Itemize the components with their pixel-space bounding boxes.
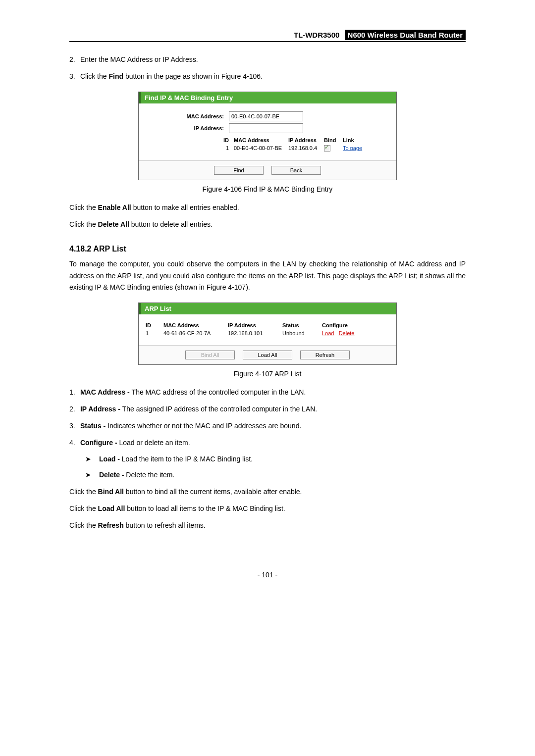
refresh-button[interactable]: Refresh bbox=[300, 351, 350, 359]
arrow-icon: ➤ bbox=[85, 454, 97, 465]
arp-cell-status: Unbound bbox=[282, 330, 322, 336]
load-link[interactable]: Load bbox=[322, 330, 334, 336]
enable-pre: Click the bbox=[69, 203, 98, 211]
enable-all-para: Click the Enable All button to make all … bbox=[69, 202, 466, 214]
arp-data-row: 1 40-61-86-CF-20-7A 192.168.0.101 Unboun… bbox=[146, 329, 389, 337]
load-pre: Click the bbox=[69, 504, 98, 512]
arp-col-mac: MAC Address bbox=[163, 322, 228, 328]
ip-address-row: IP Address: bbox=[145, 123, 390, 133]
device-title: N600 Wireless Dual Band Router bbox=[345, 30, 466, 40]
step-2-num: 2. bbox=[69, 54, 78, 66]
delete-link[interactable]: Delete bbox=[339, 330, 355, 336]
step-3-text-suffix: button in the page as shown in Figure 4-… bbox=[123, 72, 263, 80]
section-para: To manage the computer, you could observ… bbox=[69, 258, 466, 294]
def-2-num: 2. bbox=[69, 403, 78, 415]
figure-107-title: ARP List bbox=[139, 303, 396, 314]
def-2-bold: IP Address - bbox=[80, 405, 122, 413]
refresh-post: button to refresh all items. bbox=[124, 521, 206, 529]
arrow-icon: ➤ bbox=[85, 469, 97, 481]
figure-106: Find IP & MAC Binding Entry MAC Address:… bbox=[138, 92, 397, 181]
enable-bold: Enable All bbox=[98, 203, 131, 211]
figure-106-title: Find IP & MAC Binding Entry bbox=[139, 92, 396, 103]
step-3-bold: Find bbox=[108, 72, 123, 80]
cell-link: To page bbox=[343, 145, 373, 152]
cell-ip: 192.168.0.4 bbox=[288, 145, 324, 152]
col-bind: Bind bbox=[324, 137, 343, 143]
sub-load-text: Load the item to the IP & MAC Binding li… bbox=[122, 455, 253, 463]
sub-delete-text: Delete the item. bbox=[126, 471, 174, 479]
refresh-pre: Click the bbox=[69, 521, 98, 529]
cell-bind bbox=[324, 145, 343, 152]
def-1: 1. MAC Address - The MAC address of the … bbox=[69, 387, 466, 399]
def-4-bold: Configure - bbox=[80, 439, 119, 447]
to-page-link[interactable]: To page bbox=[343, 145, 362, 151]
load-bold: Load All bbox=[98, 504, 125, 512]
arp-col-id: ID bbox=[146, 322, 163, 328]
mac-address-input[interactable] bbox=[229, 111, 303, 121]
find-button[interactable]: Find bbox=[214, 166, 264, 175]
device-model: TL-WDR3500 bbox=[294, 31, 343, 39]
delete-pre: Click the bbox=[69, 220, 98, 228]
arp-cell-config: Load Delete bbox=[322, 330, 372, 336]
sub-delete-bold: Delete - bbox=[99, 471, 126, 479]
ip-address-input[interactable] bbox=[229, 123, 303, 133]
figure-106-caption: Figure 4-106 Find IP & MAC Binding Entry bbox=[69, 185, 466, 193]
refresh-para: Click the Refresh button to refresh all … bbox=[69, 520, 466, 532]
arp-header-row: ID MAC Address IP Address Status Configu… bbox=[146, 321, 389, 329]
page-header: TL-WDR3500 N600 Wireless Dual Band Route… bbox=[69, 30, 466, 42]
arp-cell-mac: 40-61-86-CF-20-7A bbox=[163, 330, 228, 336]
figure-107: ARP List ID MAC Address IP Address Statu… bbox=[138, 302, 397, 365]
arp-cell-ip: 192.168.0.101 bbox=[228, 330, 282, 336]
def-3-bold: Status - bbox=[80, 422, 107, 430]
result-table: ID MAC Address IP Address Bind Link 1 00… bbox=[145, 136, 390, 153]
figure-107-caption: Figure 4-107 ARP List bbox=[69, 370, 466, 378]
def-1-bold: MAC Address - bbox=[80, 388, 132, 396]
mac-address-row: MAC Address: bbox=[145, 111, 390, 121]
bind-post: button to bind all the current items, av… bbox=[124, 488, 302, 496]
load-all-button[interactable]: Load All bbox=[243, 351, 292, 359]
col-ip: IP Address bbox=[288, 137, 324, 143]
cell-id: 1 bbox=[145, 145, 234, 152]
figure-106-buttons: Find Back bbox=[139, 161, 396, 180]
delete-post: button to delete all entries. bbox=[129, 220, 213, 228]
arp-col-ip: IP Address bbox=[228, 322, 282, 328]
def-4-num: 4. bbox=[69, 437, 78, 449]
def-1-num: 1. bbox=[69, 387, 78, 399]
enable-post: button to make all entries enabled. bbox=[131, 203, 239, 211]
arp-col-status: Status bbox=[282, 322, 322, 328]
delete-bold: Delete All bbox=[98, 220, 129, 228]
col-mac: MAC Address bbox=[234, 137, 288, 143]
col-link: Link bbox=[343, 137, 373, 143]
refresh-bold: Refresh bbox=[98, 521, 124, 529]
result-header-row: ID MAC Address IP Address Bind Link bbox=[145, 136, 390, 144]
bind-checkbox-icon[interactable] bbox=[324, 145, 330, 151]
step-3-num: 3. bbox=[69, 71, 78, 83]
step-2-text: Enter the MAC Address or IP Address. bbox=[80, 55, 198, 63]
def-2-text: The assigned IP address of the controlle… bbox=[122, 405, 318, 413]
sub-load: ➤ Load - Load the item to the IP & MAC B… bbox=[69, 454, 466, 465]
step-3-text-prefix: Click the bbox=[80, 72, 109, 80]
back-button[interactable]: Back bbox=[271, 166, 321, 175]
def-3: 3. Status - Indicates whether or not the… bbox=[69, 420, 466, 432]
def-2: 2. IP Address - The assigned IP address … bbox=[69, 403, 466, 415]
result-data-row: 1 00-E0-4C-00-07-BE 192.168.0.4 To page bbox=[145, 144, 390, 153]
step-2: 2. Enter the MAC Address or IP Address. bbox=[69, 54, 466, 66]
page: TL-WDR3500 N600 Wireless Dual Band Route… bbox=[54, 0, 481, 599]
bind-bold: Bind All bbox=[98, 488, 124, 496]
sub-delete: ➤ Delete - Delete the item. bbox=[69, 469, 466, 481]
col-id: ID bbox=[145, 137, 234, 143]
load-post: button to load all items to the IP & MAC… bbox=[125, 504, 285, 512]
figure-106-body: MAC Address: IP Address: ID MAC Address … bbox=[139, 103, 396, 156]
arp-cell-id: 1 bbox=[146, 330, 163, 336]
def-3-text: Indicates whether or not the MAC and IP … bbox=[107, 422, 301, 430]
mac-address-label: MAC Address: bbox=[145, 113, 229, 119]
figure-107-body: ID MAC Address IP Address Status Configu… bbox=[139, 314, 396, 340]
ip-address-label: IP Address: bbox=[145, 125, 229, 131]
bind-all-para: Click the Bind All button to bind all th… bbox=[69, 486, 466, 498]
sub-load-bold: Load - bbox=[99, 455, 122, 463]
page-number: - 101 - bbox=[69, 571, 466, 579]
section-heading: 4.18.2 ARP List bbox=[69, 245, 466, 253]
bind-all-button[interactable]: Bind All bbox=[185, 351, 235, 359]
def-3-num: 3. bbox=[69, 420, 78, 432]
figure-107-buttons: Bind All Load All Refresh bbox=[139, 346, 396, 364]
